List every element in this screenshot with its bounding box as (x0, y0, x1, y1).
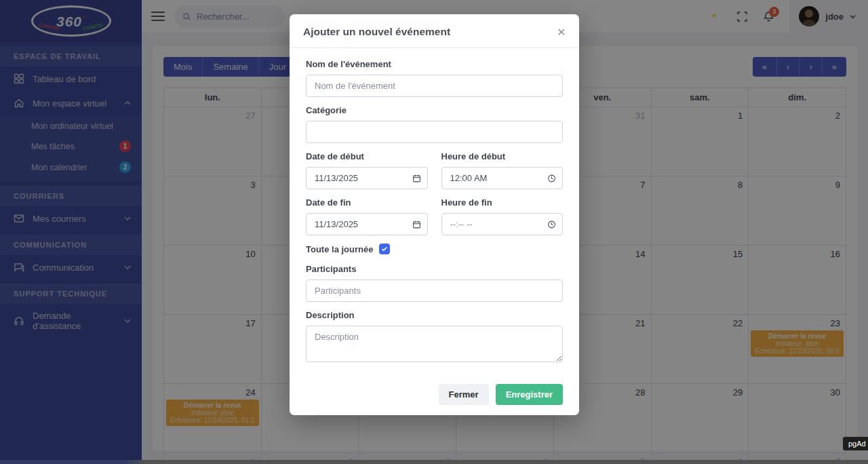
end-time-label: Heure de fin (441, 197, 564, 208)
calendar-icon[interactable] (412, 220, 421, 229)
modal-header: Ajouter un nouvel événement × (290, 14, 579, 48)
category-label: Catégorie (306, 105, 563, 115)
end-date-input[interactable] (306, 213, 428, 235)
event-name-input[interactable] (306, 75, 563, 97)
end-time-input[interactable] (441, 213, 564, 235)
start-time-label: Heure de début (441, 151, 564, 161)
calendar-icon[interactable] (412, 174, 421, 182)
taskbar-tooltip: pgAd (843, 437, 868, 450)
all-day-checkbox[interactable] (379, 244, 390, 254)
modal-title: Ajouter un nouvel événement (303, 26, 450, 38)
all-day-label: Toute la journée (306, 244, 373, 254)
save-button[interactable]: Enregistrer (496, 384, 563, 405)
participants-label: Participants (306, 264, 563, 274)
window-bottom-edge (0, 460, 868, 464)
start-time-input[interactable] (441, 167, 564, 189)
event-name-label: Nom de l'événement (306, 59, 563, 69)
close-icon[interactable]: × (557, 24, 566, 39)
description-textarea[interactable] (306, 326, 563, 362)
start-date-label: Date de début (306, 151, 428, 161)
check-icon (381, 246, 388, 252)
modal-footer: Fermer Enregistrer (290, 373, 579, 415)
close-button[interactable]: Fermer (439, 384, 489, 405)
clock-icon[interactable] (547, 220, 556, 229)
participants-input[interactable] (306, 279, 563, 302)
clock-icon[interactable] (547, 174, 556, 182)
modal-body: Nom de l'événement Catégorie Date de déb… (290, 48, 579, 365)
description-label: Description (306, 310, 563, 320)
start-date-input[interactable] (306, 167, 428, 189)
category-input[interactable] (306, 121, 563, 143)
end-date-label: Date de fin (306, 197, 428, 208)
add-event-modal: Ajouter un nouvel événement × Nom de l'é… (290, 14, 579, 415)
